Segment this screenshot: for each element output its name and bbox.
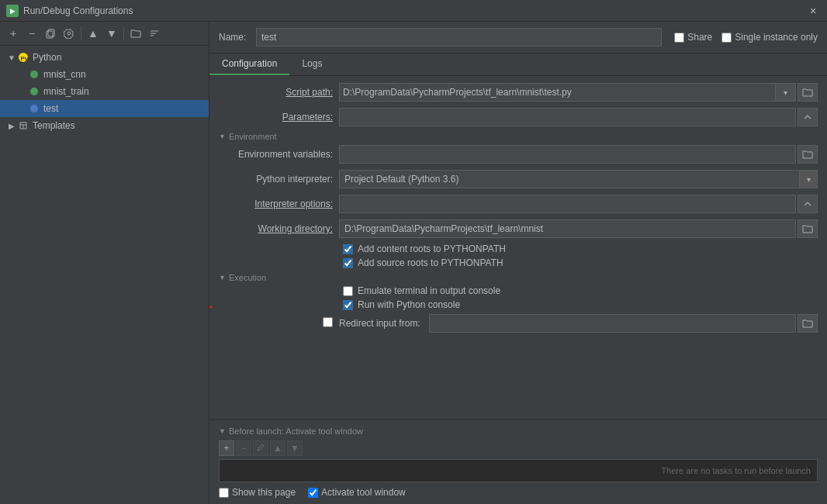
environment-section-label: Environment <box>229 132 277 141</box>
settings-button[interactable] <box>61 25 78 42</box>
single-instance-row: Single instance only <box>721 32 818 43</box>
run-python-console-checkbox[interactable] <box>343 300 353 310</box>
bottom-checkboxes: Show this page Activate tool window <box>219 487 818 498</box>
name-input[interactable] <box>256 28 662 47</box>
env-vars-input-group <box>339 145 818 164</box>
bl-edit-btn[interactable] <box>253 440 268 456</box>
bl-add-btn[interactable]: + <box>219 440 234 456</box>
tree-templates-group[interactable]: ▶ Templates <box>0 117 209 134</box>
show-this-page-label[interactable]: Show this page <box>232 487 296 498</box>
script-path-dropdown-btn[interactable]: ▾ <box>775 84 795 101</box>
add-source-roots-row: Add source roots to PYTHONPATH <box>219 257 818 268</box>
env-vars-label: Environment variables: <box>219 149 339 160</box>
run-python-console-row: Run with Python console <box>219 299 818 310</box>
title-bar: ▶ Run/Debug Configurations × <box>0 0 827 22</box>
parameters-expand-btn[interactable] <box>798 108 818 126</box>
redirect-input-row: Redirect input from: <box>219 313 818 333</box>
activate-tool-window-label[interactable]: Activate tool window <box>321 487 406 498</box>
interp-options-expand-btn[interactable] <box>798 195 818 213</box>
expand-arrow-icon: ▼ <box>6 52 17 63</box>
env-collapse-icon[interactable]: ▼ <box>219 133 226 140</box>
close-button[interactable]: × <box>805 3 821 19</box>
exec-collapse-icon[interactable]: ▼ <box>219 274 226 281</box>
script-path-input-group: D:\ProgramData\PycharmProjects\tf_learn\… <box>339 83 818 102</box>
bl-remove-btn[interactable]: − <box>236 440 251 456</box>
interp-options-row: Interpreter options: <box>219 194 818 214</box>
execution-section-header: ▼ Execution <box>219 273 818 282</box>
toolbar-separator <box>81 27 81 40</box>
show-this-page-row: Show this page <box>219 487 296 498</box>
tree-item-test[interactable]: ▶ test <box>0 100 209 117</box>
no-tasks-text: There are no tasks to run before launch <box>661 466 811 475</box>
move-up-button[interactable]: ▲ <box>85 25 102 42</box>
remove-config-button[interactable]: − <box>23 25 40 42</box>
add-source-roots-checkbox[interactable] <box>343 258 353 268</box>
parameters-label: Parameters: <box>219 112 339 123</box>
python-interp-label: Python interpreter: <box>219 174 339 185</box>
right-panel-wrapper: Name: Share Single instance only Configu… <box>209 22 827 504</box>
parameters-input[interactable] <box>339 108 796 126</box>
tree-item-mnist-train[interactable]: ▶ mnist_train <box>0 83 209 100</box>
redirect-input-field[interactable] <box>429 314 796 333</box>
tabs-bar: Configuration Logs <box>209 54 827 76</box>
toolbar-separator-2 <box>123 27 124 40</box>
run-python-console-label[interactable]: Run with Python console <box>358 299 460 310</box>
interp-options-label: Interpreter options: <box>219 198 339 209</box>
env-vars-folder-btn[interactable] <box>798 145 818 164</box>
folder-button[interactable] <box>127 25 144 42</box>
script-path-folder-btn[interactable] <box>798 83 818 102</box>
move-down-button[interactable]: ▼ <box>103 25 120 42</box>
python-interp-select[interactable]: Project Default (Python 3.6) <box>339 170 818 188</box>
share-checkbox-row: Share <box>674 32 712 43</box>
emulate-terminal-label[interactable]: Emulate terminal in output console <box>358 285 500 296</box>
templates-arrow-icon: ▶ <box>6 120 17 131</box>
svg-rect-2 <box>47 31 53 38</box>
config-icon-green <box>28 68 40 81</box>
sort-button[interactable] <box>146 25 163 42</box>
activate-tool-window-checkbox[interactable] <box>308 488 318 498</box>
tree-label-mnist-cnn: mnist_cnn <box>43 69 86 80</box>
share-label[interactable]: Share <box>687 32 712 43</box>
templates-label: Templates <box>33 120 75 131</box>
tree-python-group[interactable]: ▼ Py Python <box>0 49 209 66</box>
bl-up-btn[interactable]: ▲ <box>270 440 285 456</box>
share-checkbox[interactable] <box>674 33 684 43</box>
before-launch-content: There are no tasks to run before launch <box>219 459 818 482</box>
svg-point-9 <box>30 71 38 78</box>
redirect-label: Redirect input from: <box>339 318 424 329</box>
tab-configuration[interactable]: Configuration <box>209 54 289 75</box>
redirect-folder-btn[interactable] <box>798 314 818 333</box>
bl-down-btn[interactable]: ▼ <box>287 440 303 456</box>
svg-text:▶: ▶ <box>10 8 16 15</box>
show-this-page-checkbox[interactable] <box>219 488 229 498</box>
emulate-terminal-checkbox[interactable] <box>343 286 353 296</box>
environment-section-header: ▼ Environment <box>219 132 818 141</box>
single-instance-label[interactable]: Single instance only <box>735 32 818 43</box>
interp-options-input[interactable] <box>339 195 796 213</box>
name-label: Name: <box>219 32 250 43</box>
redirect-label-area <box>219 317 339 330</box>
add-content-roots-label[interactable]: Add content roots to PYTHONPATH <box>358 243 506 254</box>
add-config-button[interactable]: + <box>5 25 22 42</box>
parameters-input-group <box>339 108 818 126</box>
app-icon: ▶ <box>6 5 19 17</box>
env-vars-input[interactable] <box>339 145 796 164</box>
bl-collapse-icon[interactable]: ▼ <box>219 427 226 435</box>
add-content-roots-row: Add content roots to PYTHONPATH <box>219 243 818 254</box>
working-dir-folder-btn[interactable] <box>798 219 818 238</box>
add-content-roots-checkbox[interactable] <box>343 244 353 254</box>
name-row: Name: Share Single instance only <box>209 22 827 54</box>
working-dir-label: Working directory: <box>219 223 339 234</box>
single-instance-checkbox[interactable] <box>721 33 732 43</box>
add-source-roots-label[interactable]: Add source roots to PYTHONPATH <box>358 257 503 268</box>
tree-item-mnist-cnn[interactable]: ▶ mnist_cnn <box>0 66 209 83</box>
redirect-input-checkbox[interactable] <box>323 317 333 327</box>
before-launch-section: ▼ Before launch: Activate tool window + … <box>209 419 827 504</box>
config-icon-blue <box>28 102 40 115</box>
red-arrow-indicator <box>209 296 215 318</box>
header-options: Share Single instance only <box>674 32 818 43</box>
tab-logs[interactable]: Logs <box>289 54 334 75</box>
tree-container: ▼ Py Python ▶ mnist_cnn ▶ mnist_ <box>0 46 209 504</box>
working-dir-input[interactable] <box>339 219 796 238</box>
copy-config-button[interactable] <box>42 25 59 42</box>
